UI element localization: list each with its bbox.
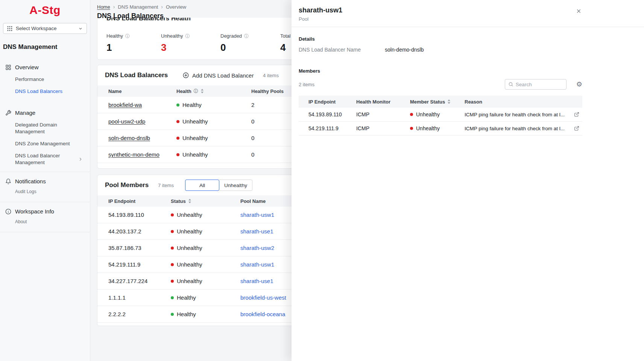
status-dot xyxy=(176,104,179,107)
detail-panel: sharath-usw1 Pool Details DNS Load Balan… xyxy=(292,0,644,361)
member-status-label: Unhealthy xyxy=(177,278,202,284)
stat-degraded-value: 0 xyxy=(220,42,280,53)
divider xyxy=(0,202,90,202)
tab-unhealthy[interactable]: Unhealthy xyxy=(219,180,252,191)
health-monitor: ICMP xyxy=(356,125,410,131)
column-header-health[interactable]: Health ⓘ xyxy=(176,88,251,94)
table-row: 54.193.89.110 ICMP Unhealthy ICMP ping f… xyxy=(299,108,582,122)
search-box xyxy=(505,79,567,90)
breadcrumb-separator-icon: › xyxy=(161,4,163,10)
search-input[interactable] xyxy=(516,82,563,87)
members-toolbar: 2 items ⚙ xyxy=(299,79,582,90)
nav-head-workspace-info[interactable]: Workspace Info xyxy=(0,205,90,218)
detail-value: soln-demo-dnslb xyxy=(385,47,424,53)
pool-name-link[interactable]: sharath-usw1 xyxy=(240,212,274,218)
panel-body: Details DNS Load Balancer Name soln-demo… xyxy=(292,27,644,136)
status-dot xyxy=(171,247,174,250)
column-header-member-status[interactable]: Member Status xyxy=(410,99,465,105)
nav-head-overview[interactable]: Overview xyxy=(0,61,90,73)
stat-healthy-value: 1 xyxy=(106,42,161,53)
reason-text: ICMP ping failure for health check from … xyxy=(465,126,567,131)
sort-icon[interactable] xyxy=(200,89,204,93)
nav-head-manage[interactable]: Manage xyxy=(0,107,90,119)
lb-name-link[interactable]: soln-demo-dnslb xyxy=(108,135,150,141)
nav-section-overview: Overview Performance DNS Load Balancers xyxy=(0,61,90,97)
external-link-icon[interactable] xyxy=(574,112,579,117)
status-dot xyxy=(410,127,413,130)
breadcrumb-overview: Overview xyxy=(166,4,186,10)
member-status-label: Unhealthy xyxy=(416,111,440,117)
column-header-name: Name xyxy=(108,88,176,94)
sidebar-title: DNS Management xyxy=(0,43,90,51)
status-dot xyxy=(171,230,174,233)
lb-name-link[interactable]: synthetic-mon-demo xyxy=(108,151,159,158)
nav-head-workspace-info-label: Workspace Info xyxy=(15,208,54,215)
sidebar-item-dns-load-balancer-management[interactable]: DNS Load Balancer Management xyxy=(0,150,90,169)
add-dns-load-balancer-button[interactable]: Add DNS Load Balancer xyxy=(182,72,254,79)
ip-endpoint: 35.87.186.73 xyxy=(108,245,171,251)
sidebar-item-dns-load-balancers[interactable]: DNS Load Balancers xyxy=(0,85,90,97)
member-status-label: Unhealthy xyxy=(177,261,202,268)
pool-name-link[interactable]: sharath-usw2 xyxy=(240,245,274,251)
bell-icon xyxy=(5,178,11,184)
info-icon[interactable]: ⓘ xyxy=(244,34,249,38)
breadcrumb-home[interactable]: Home xyxy=(97,4,110,10)
status-dot xyxy=(171,313,174,316)
pool-items-count: 7 items xyxy=(158,183,174,188)
lb-name-link[interactable]: pool-usw2-udp xyxy=(108,118,145,125)
pool-name-link[interactable]: brookfield-us-west xyxy=(240,294,286,301)
nav-head-notifications[interactable]: Notifications xyxy=(0,175,90,187)
settings-gear-button[interactable]: ⚙ xyxy=(576,81,582,88)
info-icon xyxy=(5,209,11,215)
member-status-label: Healthy xyxy=(177,311,196,317)
stat-healthy: Healthyⓘ 1 xyxy=(106,33,161,53)
sidebar-item-audit-logs[interactable]: Audit Logs xyxy=(0,187,90,199)
pool-name-link[interactable]: sharath-use1 xyxy=(240,228,273,235)
status-dot xyxy=(176,137,179,140)
lb-name-link[interactable]: brookfield-wa xyxy=(108,102,142,108)
external-link-icon[interactable] xyxy=(574,126,579,131)
ip-endpoint: 34.227.177.224 xyxy=(108,278,171,284)
tab-all[interactable]: All xyxy=(185,180,219,191)
sidebar-item-dnslb-management-label: DNS Load Balancer Management xyxy=(15,153,60,165)
detail-row: DNS Load Balancer Name soln-demo-dnslb xyxy=(299,47,582,53)
info-icon[interactable]: ⓘ xyxy=(185,34,190,38)
member-status: Unhealthy xyxy=(171,278,240,284)
members-items-count: 2 items xyxy=(299,82,314,87)
health-status: Healthy xyxy=(176,102,251,108)
breadcrumb-dns-management[interactable]: DNS Management xyxy=(118,4,158,10)
stat-unhealthy: Unhealthyⓘ 3 xyxy=(161,33,220,53)
close-button[interactable] xyxy=(575,8,582,15)
pool-name-link[interactable]: sharath-usw1 xyxy=(240,261,274,268)
sort-icon[interactable] xyxy=(188,199,191,203)
ip-endpoint: 2.2.2.2 xyxy=(108,311,171,317)
detail-label: DNS Load Balancer Name xyxy=(299,47,385,53)
gear-icon: ⚙ xyxy=(576,81,582,88)
members-heading: Members xyxy=(299,68,582,74)
ip-endpoint: 54.219.111.9 xyxy=(108,261,171,268)
info-icon[interactable]: ⓘ xyxy=(194,89,198,93)
breadcrumb-separator-icon: › xyxy=(113,4,115,10)
sidebar-nav: Overview Performance DNS Load Balancers … xyxy=(0,61,90,232)
pool-name-link[interactable]: sharath-use1 xyxy=(240,278,273,284)
column-header-ip-endpoint: IP Endpoint xyxy=(308,99,356,105)
sidebar-item-about[interactable]: About xyxy=(0,218,90,229)
pool-name-link[interactable]: brookfield-oceana xyxy=(240,311,285,317)
column-header-status[interactable]: Status xyxy=(171,198,240,204)
info-icon[interactable]: ⓘ xyxy=(125,34,130,38)
health-monitor: ICMP xyxy=(356,111,410,117)
panel-header: sharath-usw1 Pool xyxy=(292,0,644,27)
health-status-label: Unhealthy xyxy=(182,151,208,158)
brand-logo[interactable]: A-Stg xyxy=(0,4,90,17)
sidebar: A-Stg Select Workspace DNS Management xyxy=(0,0,90,361)
lb-card-title: DNS Load Balancers xyxy=(105,72,168,79)
sort-icon[interactable] xyxy=(447,99,451,104)
workspace-selector[interactable]: Select Workspace xyxy=(3,23,87,34)
add-dns-load-balancer-label: Add DNS Load Balancer xyxy=(192,72,254,79)
sidebar-item-dns-zone-management[interactable]: DNS Zone Management xyxy=(0,138,90,150)
health-status-label: Unhealthy xyxy=(182,118,208,125)
sidebar-item-performance[interactable]: Performance xyxy=(0,73,90,85)
nav-head-manage-label: Manage xyxy=(15,110,35,116)
lb-items-count: 4 items xyxy=(263,73,279,78)
sidebar-item-delegated-domain-management[interactable]: Delegated Domain Management xyxy=(0,119,90,138)
